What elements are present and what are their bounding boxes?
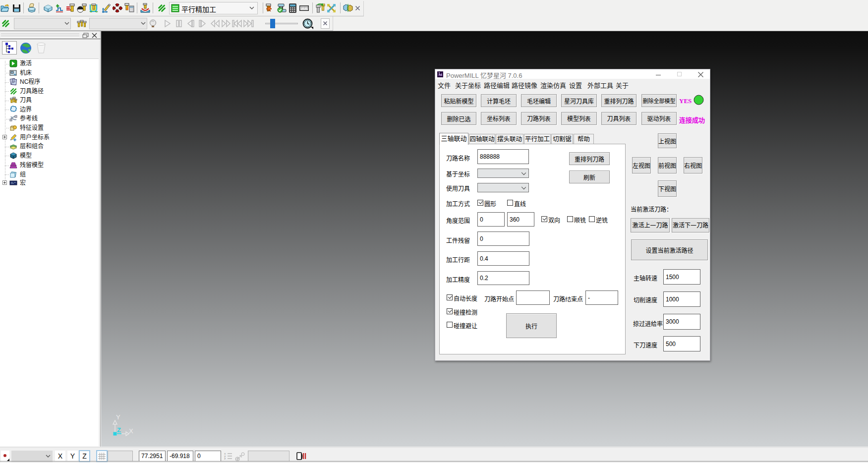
svg-text:X: X xyxy=(129,427,133,435)
svg-text:Z: Z xyxy=(117,426,121,434)
svg-text:Y: Y xyxy=(116,413,120,421)
svg-text:z: z xyxy=(224,457,226,461)
